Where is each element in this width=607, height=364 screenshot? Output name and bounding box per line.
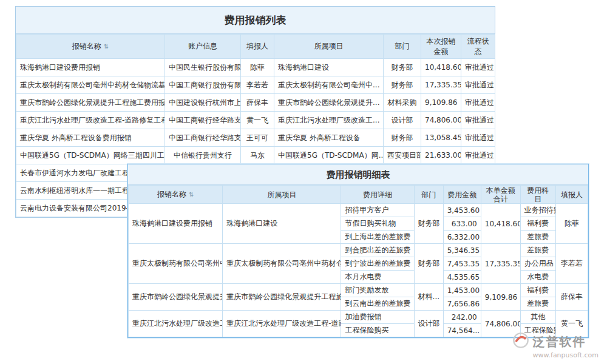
cell-dept: 财务部 <box>384 59 421 76</box>
cell-category: 差旅费 <box>520 244 555 257</box>
cell-person[interactable]: 黄一飞 <box>241 112 274 129</box>
cell-project[interactable]: 重庆市鹞岭公园绿化景观提升... <box>274 94 384 112</box>
cell-detail: 到合肥出差的差旅费 <box>341 244 414 257</box>
cell-expense-name[interactable]: 珠海鹤港口建设费用报销 <box>16 59 165 76</box>
cell-detail: 加油费报销 <box>341 311 414 324</box>
cell-person[interactable]: 陈菲 <box>555 204 588 244</box>
cell-dept: 材料采购 <box>384 94 421 112</box>
cell-category: 福利费 <box>520 284 555 297</box>
cell-amount: 10,418.60 <box>421 59 461 76</box>
col-header-dept: 部门 <box>414 186 443 204</box>
cell-detail: 到云南出差的差旅费 <box>341 297 414 311</box>
cell-person[interactable]: 李若若 <box>555 244 588 284</box>
table-row: 重庆市鹞岭公园绿化景观提升工程施工费用报销 中国建设银行杭州市上... 薛保丰 … <box>16 94 495 112</box>
cell-account: 中信银行贵州支行 <box>165 147 241 164</box>
cell-person[interactable]: 薛保丰 <box>555 284 588 311</box>
cell-status[interactable]: 审批通过 <box>461 129 495 147</box>
cell-amount: 3,453.60 <box>443 204 481 217</box>
col-header-name-label: 报销名称 <box>72 42 101 50</box>
brand-name: 泛普软件 <box>533 334 586 350</box>
table-row: 珠海鹤港口建设费用报销 珠海鹤港口建设 招待甲方客户 财务部 3,453.60 … <box>129 204 588 217</box>
list-header-row: 报销名称⇅ 账户信息 填报人 所属项目 部门 本次报销金额 流程状态 <box>16 35 495 59</box>
cell-project[interactable]: 重庆太极制药有限公司亳州中... <box>274 76 384 94</box>
cell-amount: 7,656.86 <box>443 297 481 311</box>
cell-project[interactable]: 重庆江北污水处理厂级改造工程-道路修复工 <box>223 311 341 337</box>
table-row: 重庆太极制药有限公司亳州中药材 重庆太极制药有限公司亳州中药材仓储物流 到合肥出… <box>129 244 588 257</box>
cell-project[interactable]: 重庆江北污水处理厂级改造工... <box>274 112 384 129</box>
cell-expense-name[interactable]: 重庆江北污水处理厂级改造工程- <box>129 311 223 337</box>
cell-detail: 本月水电费 <box>341 271 414 284</box>
cell-detail: 到上海出差的差旅费 <box>341 231 414 244</box>
cell-person[interactable]: 薛保丰 <box>241 94 274 112</box>
col-header-name[interactable]: 报销名称⇅ <box>129 186 223 204</box>
cell-category: 其他 <box>520 311 555 324</box>
cell-project[interactable]: 珠海鹤港口建设 <box>223 204 341 244</box>
cell-category: 水电费 <box>520 271 555 284</box>
cell-amount: 9,109.86 <box>421 94 461 112</box>
table-row: 重庆市鹞岭公园绿化景观提升工程 重庆市鹞岭公园绿化景观提升工程施工 部门奖励发放… <box>129 284 588 297</box>
col-header-detail: 费用详细 <box>341 186 414 204</box>
cell-total: 17,335.35 <box>481 244 520 284</box>
brand-watermark: 泛普软件 www.fanpusoft.com <box>512 332 599 359</box>
cell-total: 9,109.86 <box>481 284 520 311</box>
cell-detail: 招待甲方客户 <box>341 204 414 217</box>
cell-expense-name[interactable]: 重庆江北污水处理厂级改造工程-道路修复工程费用... <box>16 112 165 129</box>
table-row: 珠海鹤港口建设费用报销 中国民生银行股份有限... 陈菲 珠海鹤港口建设 财务部… <box>16 59 495 76</box>
cell-status[interactable]: 审批通过 <box>461 59 495 76</box>
cell-expense-name[interactable]: 珠海鹤港口建设费用报销 <box>129 204 223 244</box>
col-header-name-label: 报销名称 <box>157 190 186 198</box>
table-row: 重庆太极制药有限公司亳州中药材仓储物流基地项... 中国工商银行股份有限 李若若… <box>16 76 495 94</box>
cell-status[interactable]: 审批通过 <box>461 147 495 164</box>
cell-category: 办公用品 <box>520 257 555 271</box>
cell-detail: 部门奖励发放 <box>341 284 414 297</box>
col-header-project: 所属项目 <box>274 35 384 59</box>
cell-category: 业务招待费 <box>520 204 555 217</box>
cell-person[interactable]: 陈菲 <box>241 59 274 76</box>
brand-url: www.fanpusoft.com <box>533 351 599 359</box>
table-row: 重庆江北污水处理厂级改造工程-道路修复工程费用... 中国工商银行经华路支行 黄… <box>16 112 495 129</box>
cell-dept: 财务部 <box>384 129 421 147</box>
cell-person[interactable]: 王可可 <box>241 129 274 147</box>
expense-detail-panel: 费用报销明细表 报销名称⇅ 所属项目 费用详细 部门 费用金额 本单金额合计 费… <box>127 164 589 338</box>
cell-expense-name[interactable]: 重庆市鹞岭公园绿化景观提升工程 <box>129 284 223 311</box>
col-header-dept: 部门 <box>384 35 421 59</box>
expense-detail-table: 报销名称⇅ 所属项目 费用详细 部门 费用金额 本单金额合计 费用科目 填报人 … <box>128 185 588 337</box>
cell-dept: 财务部 <box>384 76 421 94</box>
cell-project[interactable]: 重庆市鹞岭公园绿化景观提升工程施工 <box>223 284 341 311</box>
cell-expense-name[interactable]: 重庆华夏 外高桥工程设备费用报销 <box>16 129 165 147</box>
page: 费用报销列表 报销名称⇅ 账户信息 填报人 所属项目 部门 本次报销金额 流程状… <box>0 0 607 364</box>
cell-project[interactable]: 重庆太极制药有限公司亳州中药材仓储物流 <box>223 244 341 284</box>
cell-project[interactable]: 中国联通5G（TD-SCDMA）网... <box>274 147 384 164</box>
fanpu-logo-icon <box>512 332 529 351</box>
col-header-status: 流程状态 <box>461 35 495 59</box>
cell-expense-name[interactable]: 重庆太极制药有限公司亳州中药材仓储物流基地项... <box>16 76 165 94</box>
detail-header-row: 报销名称⇅ 所属项目 费用详细 部门 费用金额 本单金额合计 费用科目 填报人 <box>129 186 588 204</box>
cell-dept: 材料... <box>414 284 443 311</box>
col-header-person: 填报人 <box>555 186 588 204</box>
cell-dept: 财务部 <box>414 204 443 244</box>
cell-category: 差旅费 <box>520 297 555 311</box>
cell-status[interactable]: 审批通过 <box>461 76 495 94</box>
sort-icon[interactable]: ⇅ <box>104 43 109 50</box>
table-row: 中国联通5G（TD-SCDMA）网络三期四川工程费... 中信银行贵州支行 马东… <box>16 147 495 164</box>
cell-amount: 6,332.00 <box>443 231 481 244</box>
cell-account: 中国工商银行股份有限 <box>165 76 241 94</box>
cell-category: 差旅费 <box>520 231 555 244</box>
cell-person[interactable]: 马东 <box>241 147 274 164</box>
col-header-name[interactable]: 报销名称⇅ <box>16 35 165 59</box>
cell-expense-name[interactable]: 重庆太极制药有限公司亳州中药材 <box>129 244 223 284</box>
cell-project[interactable]: 重庆华夏 外高桥工程设备 <box>274 129 384 147</box>
cell-project[interactable]: 珠海鹤港口建设 <box>274 59 384 76</box>
sort-icon[interactable]: ⇅ <box>189 191 194 198</box>
cell-status[interactable]: 审批通过 <box>461 94 495 112</box>
cell-account: 中国民生银行股份有限... <box>165 59 241 76</box>
cell-account: 中国工商银行经华路支行 <box>165 129 241 147</box>
cell-person[interactable]: 李若若 <box>241 76 274 94</box>
cell-expense-name[interactable]: 中国联通5G（TD-SCDMA）网络三期四川工程费... <box>16 147 165 164</box>
cell-expense-name[interactable]: 重庆市鹞岭公园绿化景观提升工程施工费用报销 <box>16 94 165 112</box>
cell-status[interactable]: 审批通过 <box>461 112 495 129</box>
col-header-project: 所属项目 <box>223 186 341 204</box>
cell-detail: 到宁波出差的差旅费 <box>341 257 414 271</box>
cell-amount: 7,453.35 <box>443 257 481 271</box>
cell-amount: 13,058.45 <box>421 129 461 147</box>
